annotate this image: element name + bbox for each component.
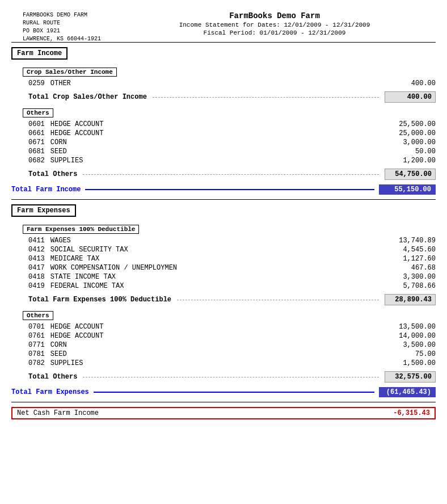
total-farm-income-amount: 55,150.00 xyxy=(379,184,436,195)
total-farm-income-label: Total Farm Income xyxy=(11,186,81,194)
deductible-header: Farm Expenses 100% Deductible xyxy=(23,225,139,234)
item-desc: SEED xyxy=(50,350,67,358)
net-income-label: Net Cash Farm Income xyxy=(12,408,103,418)
item-amount: 25,000.00 xyxy=(390,129,436,137)
row-left: 0411 WAGES xyxy=(23,237,71,245)
row-left: 0782 SUPPLIES xyxy=(23,359,83,367)
table-row: 0419 FEDERAL INCOME TAX 5,708.66 xyxy=(23,282,436,291)
farm-expenses-section: Farm Expenses Farm Expenses 100% Deducti… xyxy=(11,204,436,397)
item-desc: HEDGE ACCOUNT xyxy=(50,129,104,137)
expenses-others-header: Others xyxy=(23,311,53,320)
mid-divider xyxy=(11,199,436,200)
item-code: 0782 xyxy=(23,359,45,367)
row-left: 0661 HEDGE ACCOUNT xyxy=(23,129,103,137)
income-others-total-row: Total Others 54,750.00 xyxy=(23,167,436,180)
item-amount: 1,500.00 xyxy=(390,359,436,367)
total-farm-income-row: Total Farm Income 55,150.00 xyxy=(11,184,436,195)
table-row: 0701 HEDGE ACCOUNT 13,500.00 xyxy=(23,322,436,331)
net-income-amount: -6,315.43 xyxy=(389,408,435,418)
row-left: 0412 SOCIAL SECURITY TAX xyxy=(23,246,128,254)
table-row: 0413 MEDICARE TAX 1,127.60 xyxy=(23,254,436,263)
income-others-total-amount: 54,750.00 xyxy=(385,169,436,180)
crop-sales-total-label: Total Crop Sales/Other Income xyxy=(23,93,147,101)
table-row: 0259 OTHER 400.00 xyxy=(23,79,436,88)
item-amount: 5,708.66 xyxy=(390,282,436,290)
header: FARMBOOKS DEMO FARM RURAL ROUTE PO BOX 1… xyxy=(11,6,436,36)
report-title: FarmBooks Demo Farm xyxy=(113,11,436,20)
crop-sales-subsection: Crop Sales/Other Income 0259 OTHER 400.0… xyxy=(11,68,436,103)
item-amount: 75.00 xyxy=(390,350,436,358)
table-row: 0761 HEDGE ACCOUNT 14,000.00 xyxy=(23,331,436,341)
expenses-others-total-label: Total Others xyxy=(23,373,77,381)
crop-sales-total-amount: 400.00 xyxy=(385,91,436,103)
row-left: 0417 WORK COMPENSATION / UNEMPLOYMEN xyxy=(23,264,177,272)
item-desc: WORK COMPENSATION / UNEMPLOYMEN xyxy=(50,264,177,272)
table-row: 0412 SOCIAL SECURITY TAX 4,545.60 xyxy=(23,245,436,254)
expenses-others-total-row: Total Others 32,575.00 xyxy=(23,370,436,383)
item-amount: 13,740.89 xyxy=(390,237,436,245)
income-others-subsection: Others 0601 HEDGE ACCOUNT 25,500.00 0661… xyxy=(11,108,436,180)
total-farm-expenses-label: Total Farm Expenses xyxy=(11,388,89,396)
crop-sales-header: Crop Sales/Other Income xyxy=(23,68,117,77)
table-row: 0671 CORN 3,000.00 xyxy=(23,138,436,147)
net-income-row: Net Cash Farm Income -6,315.43 xyxy=(11,407,436,419)
item-desc: OTHER xyxy=(50,79,71,87)
item-desc: HEDGE ACCOUNT xyxy=(50,120,104,128)
table-row: 0601 HEDGE ACCOUNT 25,500.00 xyxy=(23,120,436,129)
table-row: 0682 SUPPLIES 1,200.00 xyxy=(23,156,436,165)
table-row: 0661 HEDGE ACCOUNT 25,000.00 xyxy=(23,129,436,138)
item-amount: 3,300.00 xyxy=(390,273,436,281)
row-left: 0681 SEED xyxy=(23,148,67,156)
farm-expenses-header: Farm Expenses xyxy=(11,204,76,217)
item-amount: 14,000.00 xyxy=(390,332,436,340)
deductible-subsection: Farm Expenses 100% Deductible 0411 WAGES… xyxy=(11,225,436,305)
item-desc: HEDGE ACCOUNT xyxy=(50,332,104,340)
table-row: 0411 WAGES 13,740.89 xyxy=(23,236,436,245)
item-desc: HEDGE ACCOUNT xyxy=(50,323,104,331)
row-left: 0419 FEDERAL INCOME TAX xyxy=(23,282,124,290)
item-amount: 4,545.60 xyxy=(390,246,436,254)
farm-income-section: Farm Income Crop Sales/Other Income 0259… xyxy=(11,47,436,195)
crop-sales-total-row: Total Crop Sales/Other Income 400.00 xyxy=(23,90,436,103)
total-farm-expenses-amount: (61,465.43) xyxy=(379,387,436,397)
expenses-others-subsection: Others 0701 HEDGE ACCOUNT 13,500.00 0761… xyxy=(11,311,436,383)
item-desc: SEED xyxy=(50,148,67,156)
table-row: 0418 STATE INCOME TAX 3,300.00 xyxy=(23,272,436,282)
item-code: 0771 xyxy=(23,341,45,349)
item-desc: CORN xyxy=(50,341,67,349)
item-code: 0701 xyxy=(23,323,45,331)
company-address2: PO BOX 1921 xyxy=(23,27,101,35)
table-row: 0782 SUPPLIES 1,500.00 xyxy=(23,359,436,368)
item-amount: 3,000.00 xyxy=(390,138,436,146)
row-left: 0259 OTHER xyxy=(23,79,71,87)
item-code: 0681 xyxy=(23,148,45,156)
table-row: 0417 WORK COMPENSATION / UNEMPLOYMEN 467… xyxy=(23,263,436,272)
deductible-total-amount: 28,890.43 xyxy=(385,294,436,305)
item-code: 0413 xyxy=(23,255,45,263)
row-left: 0682 SUPPLIES xyxy=(23,157,83,165)
item-amount: 467.68 xyxy=(390,264,436,272)
table-row: 0771 CORN 3,500.00 xyxy=(23,341,436,350)
farm-income-header: Farm Income xyxy=(11,47,68,60)
row-left: 0761 HEDGE ACCOUNT xyxy=(23,332,103,340)
row-left: 0771 CORN xyxy=(23,341,67,349)
item-code: 0601 xyxy=(23,120,45,128)
item-amount: 50.00 xyxy=(390,148,436,156)
expenses-others-items: 0701 HEDGE ACCOUNT 13,500.00 0761 HEDGE … xyxy=(23,322,436,368)
item-desc: MEDICARE TAX xyxy=(50,255,99,263)
row-left: 0671 CORN xyxy=(23,138,67,146)
report-fiscal: Fiscal Period: 01/01/2009 - 12/31/2009 xyxy=(113,30,436,36)
item-code: 0412 xyxy=(23,246,45,254)
company-address1: RURAL ROUTE xyxy=(23,19,101,27)
row-left: 0701 HEDGE ACCOUNT xyxy=(23,323,103,331)
income-others-items: 0601 HEDGE ACCOUNT 25,500.00 0661 HEDGE … xyxy=(23,120,436,165)
item-desc: SOCIAL SECURITY TAX xyxy=(50,246,128,254)
expenses-others-total-amount: 32,575.00 xyxy=(385,371,436,383)
item-code: 0781 xyxy=(23,350,45,358)
table-row: 0681 SEED 50.00 xyxy=(23,147,436,156)
table-row: 0781 SEED 75.00 xyxy=(23,350,436,359)
deductible-items: 0411 WAGES 13,740.89 0412 SOCIAL SECURIT… xyxy=(23,236,436,291)
item-desc: SUPPLIES xyxy=(50,359,83,367)
item-amount: 1,127.60 xyxy=(390,255,436,263)
company-address3: LAWRENCE, KS 66044-1921 xyxy=(23,35,101,43)
